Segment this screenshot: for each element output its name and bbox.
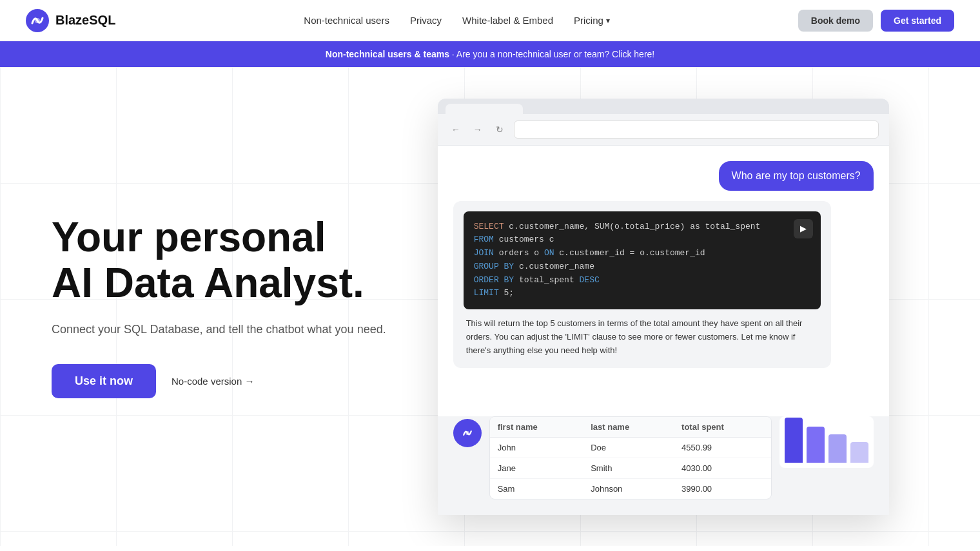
hero-cta: Use it now No-code version →: [52, 364, 386, 398]
nav-pricing[interactable]: Pricing ▾: [574, 15, 610, 26]
chat-area: Who are my top customers? ▶ SELECT c.cus…: [438, 146, 889, 416]
svg-point-2: [466, 431, 469, 435]
logo-link[interactable]: BlazeSQL: [26, 9, 115, 32]
col-total-spent: total spent: [674, 417, 771, 438]
hero-section: Your personal AI Data Analyst. Connect y…: [0, 67, 980, 546]
browser-mockup: ← → ↻ Who are my top customers? ▶ SELECT…: [438, 99, 889, 515]
sql-block: ▶ SELECT c.customer_name, SUM(o.total_pr…: [464, 211, 821, 310]
nav-actions: Book demo Get started: [798, 10, 954, 32]
table-row: Jane Smith 4030.00: [490, 458, 771, 478]
user-message: Who are my top customers?: [719, 161, 874, 191]
run-sql-button[interactable]: ▶: [794, 219, 813, 238]
banner-text: Are you a non-technical user or team? Cl…: [456, 49, 654, 59]
bar-1: [785, 418, 803, 463]
nav-non-technical[interactable]: Non-technical users: [304, 15, 389, 26]
nav-privacy[interactable]: Privacy: [410, 15, 442, 26]
nav-white-label[interactable]: White-label & Embed: [462, 15, 553, 26]
hero-subtitle: Connect your SQL Database, and tell the …: [52, 321, 386, 338]
sql-line-3: JOIN orders o ON c.customer_id = o.custo…: [474, 247, 811, 260]
announcement-banner[interactable]: Non-technical users & teams · Are you a …: [0, 41, 980, 67]
results-table: first name last name total spent John Do…: [489, 416, 772, 499]
ai-avatar: [453, 419, 482, 447]
bar-2: [807, 427, 825, 463]
hero-right: ← → ↻ Who are my top customers? ▶ SELECT…: [425, 67, 980, 546]
hero-left: Your personal AI Data Analyst. Connect y…: [0, 67, 425, 546]
browser-url-bar: [514, 121, 879, 139]
chevron-down-icon: ▾: [606, 16, 610, 25]
avatar-icon: [459, 425, 476, 441]
get-started-button[interactable]: Get started: [881, 10, 954, 32]
nav-links: Non-technical users Privacy White-label …: [304, 15, 610, 26]
no-code-link[interactable]: No-code version →: [172, 376, 254, 387]
browser-tab-active[interactable]: [446, 104, 523, 114]
browser-toolbar: ← → ↻: [438, 114, 889, 146]
use-it-now-button[interactable]: Use it now: [52, 364, 156, 398]
bar-chart: [779, 416, 874, 468]
browser-refresh-button[interactable]: ↻: [492, 122, 507, 137]
logo-text: BlazeSQL: [55, 13, 115, 28]
browser-tabs: [438, 99, 889, 114]
col-first-name: first name: [490, 417, 583, 438]
bar-4: [850, 442, 868, 463]
banner-bold: Non-technical users & teams: [326, 49, 449, 59]
browser-forward-button[interactable]: →: [470, 122, 485, 137]
table-row: John Doe 4550.99: [490, 437, 771, 458]
book-demo-button[interactable]: Book demo: [798, 10, 873, 32]
ai-explanation: This will return the top 5 customers in …: [464, 317, 821, 357]
sql-line-2: FROM customers c: [474, 233, 811, 247]
sql-line-6: LIMIT 5;: [474, 287, 811, 300]
results-row: first name last name total spent John Do…: [438, 416, 889, 515]
svg-point-1: [35, 18, 40, 23]
sql-line-5: ORDER BY total_spent DESC: [474, 274, 811, 287]
table-row: Sam Johnson 3990.00: [490, 478, 771, 499]
sql-line-4: GROUP BY c.customer_name: [474, 260, 811, 274]
sql-line-1: SELECT c.customer_name, SUM(o.total_pric…: [474, 220, 811, 234]
navbar: BlazeSQL Non-technical users Privacy Whi…: [0, 0, 980, 41]
browser-back-button[interactable]: ←: [448, 122, 464, 137]
ai-response-card: ▶ SELECT c.customer_name, SUM(o.total_pr…: [453, 201, 832, 368]
banner-separator: ·: [449, 49, 456, 59]
logo-icon: [26, 9, 49, 32]
bar-3: [828, 434, 847, 463]
col-last-name: last name: [583, 417, 674, 438]
hero-title: Your personal AI Data Analyst.: [52, 215, 386, 305]
